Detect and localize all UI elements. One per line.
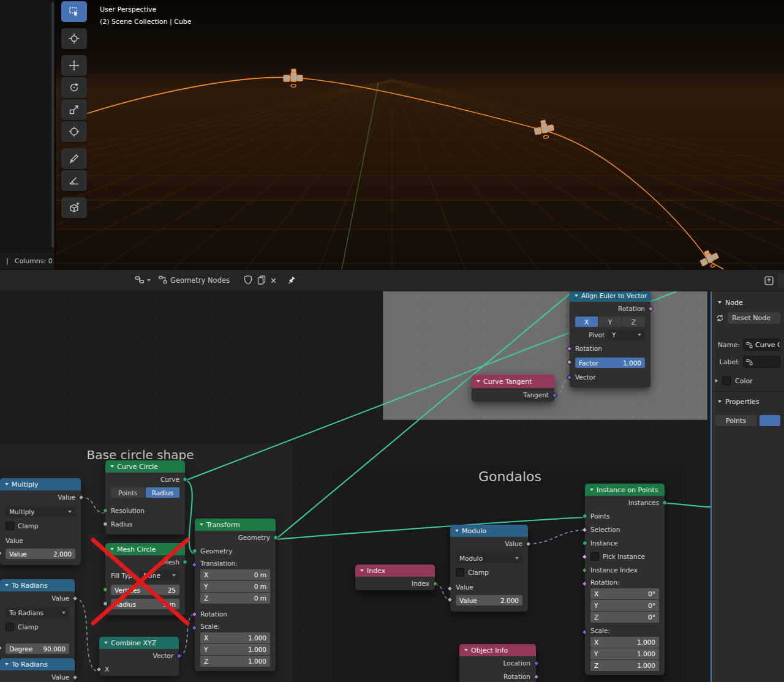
socket-geometry-out[interactable] — [273, 535, 278, 540]
tool-measure[interactable] — [61, 170, 87, 191]
value-field[interactable]: Value2.000 — [456, 595, 522, 605]
translation-z-field[interactable]: Z0 m — [200, 593, 270, 604]
socket-radius-in[interactable] — [103, 601, 108, 606]
header-overflow-button[interactable] — [778, 274, 784, 287]
tool-rotate[interactable] — [61, 77, 87, 98]
scale-x-field[interactable]: X1.000 — [200, 632, 270, 643]
node-index[interactable]: Index Index — [355, 564, 435, 590]
socket-mesh-out[interactable] — [183, 560, 187, 564]
node-to-radians-2[interactable]: To Radians Value — [0, 658, 75, 682]
node-to-radians-1[interactable]: To Radians Value To Radians Clamp Degree… — [0, 579, 75, 660]
degree-field[interactable]: Degree90.000 — [6, 643, 69, 654]
pivot-dropdown[interactable]: Y — [608, 330, 645, 340]
node-panel-header[interactable]: Node — [712, 296, 784, 309]
rotation-x-field[interactable]: X0° — [590, 588, 659, 599]
node-header[interactable]: Align Euler to Vector — [570, 290, 650, 302]
node-header[interactable]: Instance on Points — [585, 484, 665, 496]
node-align-euler-to-vector[interactable]: Align Euler to Vector Rotation X Y Z Piv… — [570, 290, 650, 388]
tool-cursor[interactable] — [61, 28, 87, 49]
node-header[interactable]: Multiply — [0, 478, 81, 490]
socket-radius-in[interactable] — [103, 522, 108, 526]
tool-scale[interactable] — [61, 99, 87, 120]
node-curve-circle[interactable]: Curve Circle Curve Points Radius Resolut… — [105, 460, 185, 534]
node-header[interactable]: Curve Circle — [105, 460, 185, 473]
scale-z-field[interactable]: Z1.000 — [200, 656, 270, 667]
properties-panel-header[interactable]: Properties — [712, 395, 784, 408]
node-header[interactable]: Modulo — [450, 525, 528, 537]
gondola-object-2[interactable] — [533, 119, 555, 140]
socket-points-in[interactable] — [582, 514, 587, 519]
socket-curve-out[interactable] — [183, 477, 187, 482]
rotation-y-field[interactable]: Y0° — [590, 600, 659, 611]
scale-y-field[interactable]: Y1.000 — [200, 644, 270, 655]
node-header[interactable]: Transform — [195, 519, 276, 531]
node-object-info[interactable]: Object Info Location Rotation — [459, 644, 536, 682]
tool-move[interactable] — [61, 55, 87, 76]
fake-user-button[interactable] — [243, 275, 253, 287]
new-datablock-button[interactable] — [257, 275, 266, 287]
clamp-checkbox[interactable] — [456, 568, 464, 577]
side-editor-region[interactable] — [0, 0, 56, 252]
zoom-to-fit-button[interactable] — [764, 275, 774, 286]
unlink-button[interactable]: ✕ — [270, 276, 277, 285]
rotation-z-field[interactable]: Z0° — [590, 612, 659, 623]
axis-y-button[interactable]: Y — [598, 317, 621, 327]
node-tree-selector[interactable]: Geometry Nodes — [158, 275, 230, 287]
node-label-field[interactable] — [743, 356, 780, 368]
socket-instances-out[interactable] — [662, 500, 667, 505]
socket-degree-in[interactable] — [0, 645, 2, 651]
node-instance-on-points[interactable]: Instance on Points Instances Points Sele… — [585, 484, 665, 675]
node-curve-tangent[interactable]: Curve Tangent Tangent — [472, 375, 554, 402]
socket-geometry-in[interactable] — [192, 549, 197, 553]
translation-y-field[interactable]: Y0 m — [200, 581, 270, 592]
fill-type-dropdown[interactable]: None — [140, 571, 179, 581]
operation-dropdown[interactable]: To Radians — [6, 607, 69, 618]
node-header[interactable]: Object Info — [459, 644, 536, 656]
node-header[interactable]: Mesh Circle — [105, 543, 185, 555]
node-multiply[interactable]: Multiply Value Multiply Clamp Value Valu… — [0, 478, 81, 565]
translation-x-field[interactable]: X0 m — [200, 569, 270, 580]
reset-node-button[interactable]: Reset Node — [728, 312, 780, 324]
operation-dropdown[interactable]: Modulo — [456, 553, 522, 563]
scale-z-field[interactable]: Z1.000 — [590, 660, 659, 671]
points-value-slider[interactable] — [760, 415, 780, 426]
vertices-field[interactable]: Vertices25 — [111, 585, 179, 595]
node-header[interactable]: To Radians — [0, 658, 75, 670]
mode-radius-button[interactable]: Radius — [146, 487, 180, 498]
scale-x-field[interactable]: X1.000 — [590, 637, 659, 648]
pin-button[interactable] — [287, 276, 296, 285]
node-header[interactable]: To Radians — [0, 579, 75, 591]
node-transform[interactable]: Transform Geometry Geometry Translation:… — [195, 519, 276, 671]
radius-field[interactable]: Radius1 m — [111, 599, 179, 609]
gondola-object-1[interactable] — [284, 69, 303, 87]
socket-resolution-in[interactable] — [103, 508, 108, 513]
editor-type-button[interactable] — [135, 275, 151, 287]
clamp-checkbox[interactable] — [6, 522, 14, 530]
tool-annotate[interactable] — [61, 148, 87, 169]
socket-instance-in[interactable] — [582, 541, 587, 545]
node-header[interactable]: Index — [355, 564, 435, 577]
clamp-checkbox[interactable] — [6, 623, 14, 631]
3d-viewport[interactable]: | Columns: 0 User Perspective (2) Scene … — [0, 0, 784, 269]
axis-z-button[interactable]: Z — [622, 317, 645, 327]
factor-slider[interactable]: Factor1.000 — [575, 358, 645, 368]
tool-add-cube[interactable] — [61, 197, 87, 218]
scale-y-field[interactable]: Y1.000 — [590, 648, 659, 659]
node-combine-xyz[interactable]: Combine XYZ Vector X — [99, 637, 179, 676]
color-checkbox[interactable] — [722, 377, 731, 385]
axis-x-button[interactable]: X — [575, 317, 598, 327]
socket-value-in[interactable] — [0, 550, 2, 556]
viewport-scene[interactable] — [55, 0, 784, 269]
node-name-field[interactable]: Curve Circle — [743, 339, 780, 351]
node-header[interactable]: Curve Tangent — [472, 375, 554, 388]
socket-vertices-in[interactable] — [103, 587, 108, 592]
value-field[interactable]: Value2.000 — [6, 549, 75, 559]
tool-select-box[interactable] — [61, 1, 87, 22]
mode-points-button[interactable]: Points — [111, 487, 145, 498]
pick-instance-checkbox[interactable] — [590, 552, 599, 561]
color-subpanel-header[interactable]: Color — [712, 377, 784, 385]
tool-transform[interactable] — [61, 121, 87, 142]
operation-dropdown[interactable]: Multiply — [6, 506, 75, 517]
node-modulo[interactable]: Modulo Value Modulo Clamp Value Value2.0… — [450, 525, 528, 612]
node-header[interactable]: Combine XYZ — [99, 637, 179, 649]
